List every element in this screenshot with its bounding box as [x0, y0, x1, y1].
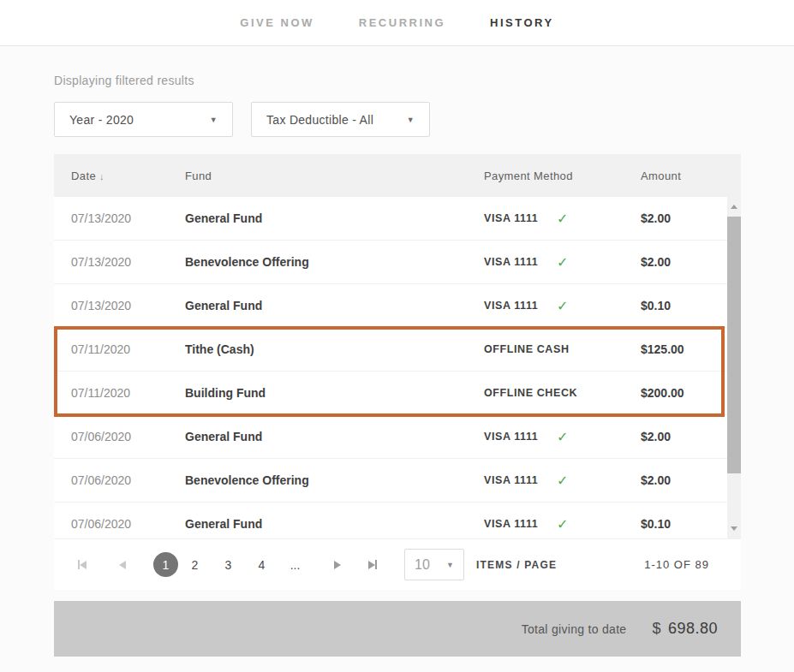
last-page-button[interactable] — [365, 556, 380, 573]
year-filter-dropdown[interactable]: Year - 2020 ▼ — [54, 102, 233, 137]
top-nav: GIVE NOW RECURRING HISTORY — [0, 0, 794, 46]
payment-method: VISA 1111 — [484, 518, 557, 530]
verified-check-icon: ✓ — [557, 254, 568, 271]
scrollbar-thumb[interactable] — [727, 217, 741, 473]
verified-check-icon: ✓ — [557, 473, 568, 489]
page-3-button[interactable]: 3 — [212, 558, 245, 572]
row-amount: $2.00 — [641, 211, 710, 225]
row-payment: VISA 1111✓ — [484, 429, 641, 445]
table-row[interactable]: 07/13/2020General FundVISA 1111✓$0.10 — [54, 284, 727, 328]
payment-method: VISA 1111 — [484, 474, 557, 486]
scroll-up-icon[interactable] — [731, 205, 737, 209]
column-header-amount[interactable]: Amount — [641, 169, 724, 182]
row-date: 07/06/2020 — [71, 430, 185, 443]
page-ellipsis: ... — [278, 558, 312, 572]
tab-history[interactable]: HISTORY — [490, 16, 554, 29]
total-giving-value: $ 698.80 — [652, 620, 718, 638]
scroll-down-icon[interactable] — [731, 526, 737, 531]
row-date: 07/06/2020 — [71, 473, 185, 487]
chevron-down-icon: ▼ — [446, 561, 454, 569]
table-row[interactable]: 07/06/2020Benevolence OfferingVISA 1111✓… — [54, 459, 727, 503]
table-body: 07/13/2020General FundVISA 1111✓$2.0007/… — [54, 197, 741, 538]
row-payment: VISA 1111✓ — [484, 254, 641, 271]
year-filter-value: Year - 2020 — [69, 113, 134, 127]
row-payment: OFFLINE CHECK — [484, 387, 641, 399]
items-per-page-value: 10 — [415, 557, 430, 573]
row-amount: $200.00 — [641, 386, 710, 400]
total-giving-bar: Total giving to date $ 698.80 — [54, 601, 741, 657]
payment-method: VISA 1111 — [484, 431, 557, 443]
filters-row: Year - 2020 ▼ Tax Deductible - All ▼ — [54, 102, 741, 137]
table-row[interactable]: 07/11/2020Tithe (Cash)OFFLINE CASH$125.0… — [54, 328, 727, 372]
payment-method: VISA 1111 — [484, 256, 557, 268]
payment-method: OFFLINE CASH — [484, 343, 570, 355]
total-amount: 698.80 — [668, 620, 718, 638]
table-row[interactable]: 07/11/2020Building FundOFFLINE CHECK$200… — [54, 372, 727, 415]
row-amount: $0.10 — [641, 299, 710, 312]
items-per-page-label: ITEMS / PAGE — [476, 559, 557, 571]
page-4-button[interactable]: 4 — [245, 558, 278, 572]
tax-deductible-filter-dropdown[interactable]: Tax Deductible - All ▼ — [251, 102, 430, 137]
filter-status-text: Displaying filtered results — [54, 74, 741, 87]
table-header: Date↓ Fund Payment Method Amount — [54, 154, 741, 197]
row-date: 07/06/2020 — [71, 517, 185, 531]
column-header-payment-method[interactable]: Payment Method — [484, 169, 641, 182]
total-giving-label: Total giving to date — [522, 622, 627, 636]
prev-page-icon — [119, 561, 126, 569]
items-per-page-dropdown[interactable]: 10 ▼ — [404, 549, 464, 580]
payment-method: VISA 1111 — [484, 300, 557, 312]
row-fund: General Fund — [185, 299, 484, 312]
row-amount: $125.00 — [641, 342, 710, 356]
next-page-button[interactable] — [331, 557, 344, 573]
column-header-date[interactable]: Date↓ — [71, 169, 185, 182]
verified-check-icon: ✓ — [557, 516, 568, 532]
table-rows: 07/13/2020General FundVISA 1111✓$2.0007/… — [54, 197, 727, 538]
row-payment: VISA 1111✓ — [484, 473, 641, 489]
row-amount: $0.10 — [641, 517, 710, 531]
tab-give-now[interactable]: GIVE NOW — [240, 16, 313, 29]
row-date: 07/13/2020 — [71, 255, 185, 269]
table-scrollbar[interactable] — [727, 197, 741, 538]
row-fund: General Fund — [185, 430, 484, 443]
table-row[interactable]: 07/13/2020Benevolence OfferingVISA 1111✓… — [54, 241, 727, 284]
row-fund: Benevolence Offering — [185, 255, 484, 269]
sort-desc-icon: ↓ — [99, 171, 104, 181]
payment-method: VISA 1111 — [484, 212, 557, 224]
row-fund: General Fund — [185, 211, 484, 225]
row-payment: VISA 1111✓ — [484, 516, 641, 532]
results-range-label: 1-10 OF 89 — [644, 558, 709, 571]
page-2-button[interactable]: 2 — [178, 558, 212, 572]
prev-page-button[interactable] — [116, 557, 129, 573]
row-amount: $2.00 — [641, 430, 710, 443]
row-date: 07/11/2020 — [71, 386, 185, 400]
row-payment: VISA 1111✓ — [484, 211, 641, 227]
row-fund: Building Fund — [185, 386, 484, 400]
first-page-button[interactable] — [75, 556, 90, 573]
row-date: 07/11/2020 — [71, 342, 185, 356]
last-page-icon — [368, 561, 375, 569]
verified-check-icon: ✓ — [557, 211, 568, 227]
table-row[interactable]: 07/06/2020General FundVISA 1111✓$0.10 — [54, 503, 727, 538]
verified-check-icon: ✓ — [557, 429, 568, 445]
tax-filter-value: Tax Deductible - All — [266, 113, 373, 127]
row-amount: $2.00 — [641, 473, 710, 487]
table-row[interactable]: 07/06/2020General FundVISA 1111✓$2.00 — [54, 415, 727, 459]
next-page-icon — [334, 561, 341, 569]
chevron-down-icon: ▼ — [210, 116, 218, 124]
row-payment: OFFLINE CASH — [484, 343, 641, 355]
giving-history-table: Date↓ Fund Payment Method Amount 07/13/2… — [54, 154, 741, 590]
row-payment: VISA 1111✓ — [484, 298, 641, 314]
pagination-bar: 1 2 3 4 ... 10 ▼ ITEMS / PAGE 1-10 OF 89 — [54, 538, 741, 590]
row-fund: General Fund — [185, 517, 484, 531]
table-row[interactable]: 07/13/2020General FundVISA 1111✓$2.00 — [54, 197, 727, 241]
payment-method: OFFLINE CHECK — [484, 387, 577, 399]
history-page: Displaying filtered results Year - 2020 … — [0, 46, 794, 672]
verified-check-icon: ✓ — [557, 298, 568, 314]
row-date: 07/13/2020 — [71, 299, 185, 312]
page-1-button-current[interactable]: 1 — [153, 552, 178, 577]
row-fund: Benevolence Offering — [185, 473, 484, 487]
row-fund: Tithe (Cash) — [185, 342, 484, 356]
currency-symbol: $ — [652, 620, 661, 638]
column-header-fund[interactable]: Fund — [185, 169, 484, 182]
tab-recurring[interactable]: RECURRING — [359, 16, 445, 29]
